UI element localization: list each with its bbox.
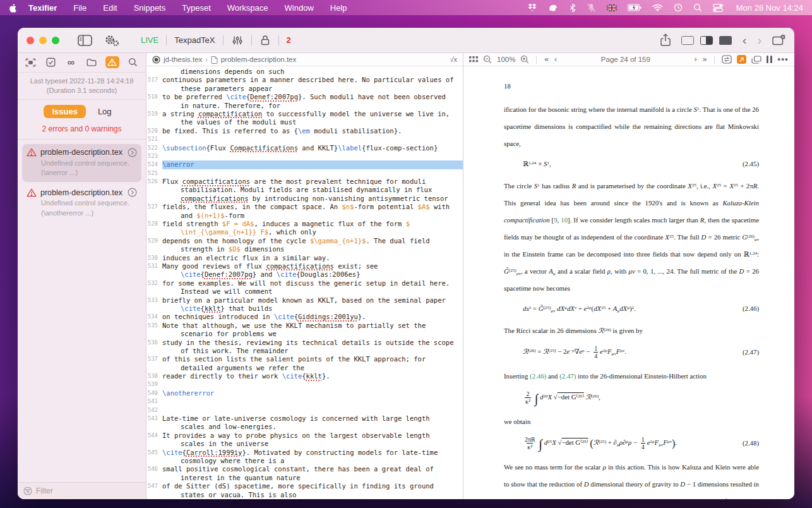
- code-line[interactable]: 539: [146, 380, 463, 389]
- code-line[interactable]: detailed arguments we refer the: [146, 364, 463, 372]
- share-icon[interactable]: [660, 33, 671, 47]
- typeset-options-sliders-icon[interactable]: [232, 35, 242, 45]
- bluetooth-icon[interactable]: [570, 3, 576, 13]
- code-line[interactable]: states or vacua. This is also: [146, 491, 463, 499]
- more-options-icon[interactable]: •••: [777, 57, 789, 61]
- zoom-in-icon[interactable]: [520, 55, 529, 64]
- thumbnails-grid-icon[interactable]: [469, 56, 478, 63]
- code-line[interactable]: 522\subsection{Flux Compactifications an…: [146, 144, 463, 152]
- code-line[interactable]: \cite{Denef:2007pq} and \cite{Douglas:20…: [146, 270, 463, 279]
- code-editor[interactable]: dimensions depends on such517continuous …: [146, 66, 463, 499]
- issue-goto-icon[interactable]: [128, 188, 137, 197]
- issue-item[interactable]: problem-description.tex [3] ... Undefine…: [22, 144, 141, 183]
- menu-snippets[interactable]: Snippets: [134, 3, 166, 13]
- code-line[interactable]: 524\anerror: [146, 160, 463, 169]
- code-line[interactable]: Instead we will comment: [146, 287, 463, 296]
- code-line[interactable]: 532for some examples. We will not discus…: [146, 279, 463, 287]
- mic-muted-icon[interactable]: [587, 3, 596, 13]
- code-line[interactable]: 544It provides a way to probe physics on…: [146, 432, 463, 440]
- code-line[interactable]: 547of de Sitter (dS) spacetime, more spe…: [146, 482, 463, 490]
- code-line[interactable]: these parameters appear: [146, 85, 463, 93]
- code-line[interactable]: scales in the universe: [146, 440, 463, 448]
- code-line[interactable]: 519a string compactification to successf…: [146, 110, 463, 118]
- zoom-button[interactable]: [52, 37, 59, 44]
- zoom-level[interactable]: 100%: [497, 56, 515, 63]
- code-line[interactable]: in nature. Therefore, for: [146, 102, 463, 110]
- search-icon[interactable]: [127, 57, 140, 68]
- menu-help[interactable]: Help: [330, 3, 347, 13]
- code-line[interactable]: 520be fixed. This is referred to as {\em…: [146, 127, 463, 135]
- code-line[interactable]: 546small positive cosmological constant,…: [146, 465, 463, 473]
- menu-typeset[interactable]: Typeset: [182, 3, 211, 13]
- back-button[interactable]: ‹: [742, 36, 747, 45]
- engine-label[interactable]: TexpadTeX: [174, 35, 215, 45]
- pause-typeset-icon[interactable]: [767, 56, 772, 63]
- code-line[interactable]: strength in $D$ dimensions: [146, 245, 463, 253]
- pdf-only-view-button[interactable]: [719, 36, 732, 45]
- next-page-icon[interactable]: ›: [694, 56, 697, 63]
- code-line[interactable]: 540\anothererror: [146, 389, 463, 397]
- code-line[interactable]: 545\cite{Carroll:1999iy}. Motivated by c…: [146, 449, 463, 457]
- code-line[interactable]: 531Many good reviews of flux compactific…: [146, 262, 463, 270]
- code-line[interactable]: scales and low-energies.: [146, 423, 463, 431]
- lock-icon[interactable]: [261, 35, 270, 45]
- menu-workspace[interactable]: Workspace: [227, 3, 268, 13]
- code-line[interactable]: 526Flux compactifications are the most p…: [146, 178, 463, 186]
- close-button[interactable]: [27, 37, 34, 44]
- code-line[interactable]: 543Late-time or late-universe cosmology …: [146, 414, 463, 423]
- apple-menu-icon[interactable]: [9, 3, 17, 13]
- menu-app-name[interactable]: Texifier: [28, 3, 57, 13]
- sync-scroll-icon[interactable]: [722, 55, 732, 64]
- symbols-infinity-icon[interactable]: ∞: [65, 57, 78, 68]
- files-folder-icon[interactable]: [85, 57, 98, 68]
- new-window-icon[interactable]: [772, 35, 785, 45]
- page-indicator[interactable]: Page 24 of 159: [563, 56, 690, 63]
- math-preview-button[interactable]: √x: [450, 56, 457, 63]
- code-line[interactable]: 528field strength $F = dA$, induces a ma…: [146, 220, 463, 228]
- organizer-icon[interactable]: [25, 57, 37, 68]
- time-machine-icon[interactable]: [674, 3, 683, 12]
- filter-input[interactable]: [36, 487, 131, 495]
- wifi-icon[interactable]: [652, 4, 663, 11]
- code-line[interactable]: 535Note that although, we use the KKLT m…: [146, 322, 463, 330]
- editor-only-view-button[interactable]: [681, 36, 694, 45]
- sidebar-toggle-icon[interactable]: [78, 35, 92, 46]
- code-line[interactable]: and $(n+1)$-form: [146, 212, 463, 220]
- code-line[interactable]: 538reader directly to their work \cite{k…: [146, 372, 463, 380]
- code-line[interactable]: 533briefly on a particular model known a…: [146, 296, 463, 305]
- code-line[interactable]: 530induces an electric flux in a similar…: [146, 254, 463, 262]
- code-line[interactable]: \int_{\gamma_{n+1}} F$, which only: [146, 228, 463, 236]
- code-line[interactable]: 523: [146, 152, 463, 160]
- breadcrumb-root[interactable]: jd-thesis.tex: [164, 56, 202, 63]
- tab-log[interactable]: Log: [90, 105, 120, 118]
- jump-to-source-icon[interactable]: [737, 55, 746, 64]
- code-line[interactable]: interest in the quantum nature: [146, 474, 463, 482]
- first-page-icon[interactable]: «: [544, 56, 549, 63]
- breadcrumb-file[interactable]: problem-description.tex: [221, 56, 297, 63]
- typeset-settings-gear-icon[interactable]: [104, 34, 120, 47]
- code-line[interactable]: 529depends on the homology of the cycle …: [146, 237, 463, 245]
- previous-page-icon[interactable]: ‹: [554, 56, 557, 63]
- split-view-button[interactable]: [700, 36, 713, 45]
- live-typeset-label[interactable]: LIVE: [141, 35, 158, 45]
- elephant-icon[interactable]: [548, 3, 559, 13]
- code-line[interactable]: 517continuous parameters in a manner des…: [146, 76, 463, 84]
- code-line[interactable]: 521: [146, 135, 463, 143]
- code-line[interactable]: 527fields, the fluxes, in the compact sp…: [146, 203, 463, 211]
- code-line[interactable]: 537of this section lists the salient poi…: [146, 355, 463, 363]
- zoom-out-icon[interactable]: [483, 55, 492, 64]
- code-line[interactable]: 536study in the thesis, reviewing its te…: [146, 339, 463, 347]
- code-line[interactable]: \cite{kklt} that builds: [146, 305, 463, 313]
- issues-warning-icon[interactable]: [105, 56, 119, 68]
- code-line[interactable]: of this work. The remainder: [146, 347, 463, 355]
- code-line[interactable]: scenario for problems we: [146, 330, 463, 338]
- code-line[interactable]: dimensions depends on such: [146, 68, 463, 76]
- code-line[interactable]: 541: [146, 397, 463, 406]
- issue-goto-icon[interactable]: [128, 148, 137, 157]
- battery-charging-icon[interactable]: [628, 4, 642, 11]
- tab-issues[interactable]: Issues: [44, 105, 85, 118]
- uk-flag-icon[interactable]: [607, 4, 617, 11]
- error-count-badge[interactable]: 2: [287, 35, 291, 45]
- code-line[interactable]: the values of the moduli must: [146, 118, 463, 126]
- last-page-icon[interactable]: »: [702, 56, 707, 63]
